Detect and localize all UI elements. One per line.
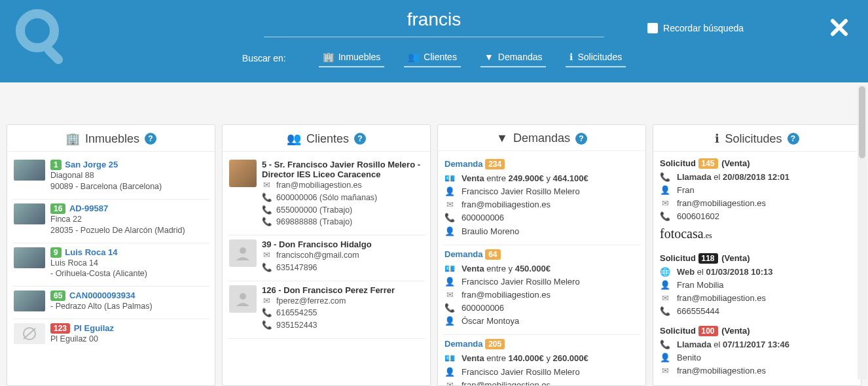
phone-icon: 📞 <box>262 204 271 217</box>
status-badge: 65 <box>50 290 65 301</box>
svg-rect-1 <box>43 44 65 66</box>
page-scrollbar[interactable] <box>858 85 867 379</box>
remember-search[interactable]: Recordar búsqueda <box>647 23 744 33</box>
phone-icon: 📞 <box>262 262 271 274</box>
tab-solicitudes[interactable]: ℹ Solicitudes <box>566 49 626 67</box>
money-icon: 💶 <box>444 352 455 365</box>
user-icon: 👤 <box>660 184 670 197</box>
inmueble-item[interactable]: 9 Luis Roca 14 Luis Roca 14 - Orihuela-C… <box>12 243 209 287</box>
inmueble-title: San Jorge 25 <box>65 160 118 169</box>
status-badge: 9 <box>50 247 62 258</box>
property-thumb <box>14 290 45 311</box>
users-icon: 👥 <box>287 132 301 146</box>
cliente-item[interactable]: 5 - Sr. Francisco Javier Rosillo Melero … <box>228 156 425 236</box>
user-icon: 👤 <box>444 315 455 328</box>
users-icon: 👥 <box>408 52 419 62</box>
tab-demandas[interactable]: ▼ Demandas <box>480 49 547 67</box>
inmueble-item[interactable]: 16 AD-99587 Finca 22 28035 - Pozuelo De … <box>12 200 209 243</box>
inmueble-title: Pl Eguilaz <box>74 323 114 333</box>
demanda-badge: 64 <box>485 249 500 260</box>
inmueble-title: Luis Roca 14 <box>65 247 117 257</box>
inmueble-item[interactable]: 123 Pl Eguilaz Pl Eguilaz 00 <box>12 319 209 351</box>
search-header: Recordar búsqueda Buscar en: 🏢 Inmuebles… <box>0 0 868 82</box>
mail-icon: ✉ <box>444 289 455 302</box>
solicitud-item[interactable]: Solicitud 100 (Venta) 📞Llamada el 07/11/… <box>659 323 856 383</box>
money-icon: 💶 <box>444 262 455 275</box>
demanda-badge: 205 <box>485 339 505 349</box>
phone-icon: 📞 <box>660 305 670 318</box>
tab-inmuebles[interactable]: 🏢 Inmuebles <box>319 49 385 67</box>
remember-label: Recordar búsqueda <box>663 23 744 33</box>
help-icon[interactable]: ? <box>145 133 156 145</box>
col-title: Solicitudes <box>725 132 782 146</box>
avatar-placeholder <box>229 285 257 313</box>
demanda-item[interactable]: Demanda 205 💶Venta entre 140.000€ y 260.… <box>443 335 640 385</box>
mail-icon: ✉ <box>660 197 670 210</box>
filter-icon: ▼ <box>496 132 508 145</box>
mail-icon: ✉ <box>262 179 271 192</box>
phone-icon: 📞 <box>660 171 670 184</box>
status-badge: 123 <box>50 323 70 334</box>
search-input[interactable] <box>264 5 604 37</box>
col-demandas: ▼ Demandas ? Demanda 234 💶Venta entre 24… <box>437 124 646 386</box>
search-tabs: Buscar en: 🏢 Inmuebles 👥 Clientes ▼ Dema… <box>0 49 868 67</box>
user-icon: 👤 <box>444 225 455 238</box>
building-icon: 🏢 <box>65 132 80 146</box>
solicitud-item[interactable]: Solicitud 145 (Venta) 📞Llamada el 20/08/… <box>659 156 856 251</box>
cliente-item[interactable]: 126 - Don Francisco Perez Ferrer ✉fperez… <box>228 281 425 339</box>
demanda-badge: 234 <box>485 159 505 169</box>
money-icon: 💶 <box>444 172 455 185</box>
mail-icon: ✉ <box>262 249 271 262</box>
phone-icon: 📞 <box>262 319 271 332</box>
demanda-item[interactable]: Demanda 234 💶Venta entre 249.900€ y 464.… <box>443 155 640 245</box>
inmueble-title: CAN0000093934 <box>69 290 135 300</box>
magnifier-icon <box>10 3 75 71</box>
col-clientes: 👥 Clientes ? 5 - Sr. Francisco Javier Ro… <box>222 124 431 386</box>
user-icon: 👤 <box>444 275 455 289</box>
user-icon: 👤 <box>444 366 455 379</box>
solicitud-badge: 118 <box>698 253 718 264</box>
user-icon: 👤 <box>660 279 670 292</box>
cliente-item[interactable]: 39 - Don Francisco Hidalgo ✉franciscoh@g… <box>228 236 425 281</box>
solicitud-item[interactable]: Solicitud 118 (Venta) 🌐Web el 01/03/2018… <box>659 251 856 324</box>
cliente-title: 5 - Sr. Francisco Javier Rosillo Melero … <box>262 160 424 179</box>
help-icon[interactable]: ? <box>354 133 366 145</box>
inmueble-item[interactable]: 65 CAN0000093934 - Pedrazo Alto (Las Pal… <box>12 287 209 319</box>
search-in-label: Buscar en: <box>242 53 286 63</box>
solicitud-badge: 145 <box>698 158 718 169</box>
svg-point-4 <box>240 247 246 254</box>
phone-icon: 📞 <box>660 210 670 223</box>
phone-icon: 📞 <box>444 302 455 315</box>
mail-icon: ✉ <box>444 379 455 385</box>
svg-point-0 <box>20 14 54 48</box>
status-badge: 1 <box>50 160 62 170</box>
phone-icon: 📞 <box>660 338 670 351</box>
tab-clientes[interactable]: 👥 Clientes <box>404 49 461 67</box>
help-icon[interactable]: ? <box>787 133 799 145</box>
avatar <box>229 160 257 187</box>
close-icon[interactable] <box>830 18 848 39</box>
phone-icon: 📞 <box>444 211 455 224</box>
mail-icon: ✉ <box>660 292 670 305</box>
filter-icon: ▼ <box>484 52 494 62</box>
svg-point-5 <box>240 293 246 300</box>
phone-icon: 📞 <box>262 307 271 319</box>
solicitud-badge: 100 <box>698 326 718 336</box>
inmueble-item[interactable]: 1 San Jorge 25 Diagonal 88 90089 - Barce… <box>12 156 209 200</box>
help-icon[interactable]: ? <box>575 133 587 145</box>
inmueble-title: AD-99587 <box>69 203 108 213</box>
col-inmuebles: 🏢 Inmuebles ? 1 San Jorge 25 Diagonal 88… <box>7 124 215 386</box>
col-title: Demandas <box>513 132 570 145</box>
building-icon: 🏢 <box>323 52 334 62</box>
property-thumb <box>14 160 45 181</box>
phone-icon: 📞 <box>262 192 271 204</box>
brand-logo: fotocasa.es <box>660 226 854 241</box>
mail-icon: ✉ <box>444 198 455 211</box>
mail-icon: ✉ <box>660 364 670 377</box>
avatar-placeholder <box>229 239 257 267</box>
property-thumb <box>14 203 45 224</box>
demanda-item[interactable]: Demanda 64 💶Venta entre y 450.000€👤Franc… <box>443 245 640 336</box>
property-thumb <box>14 247 45 268</box>
remember-checkbox[interactable] <box>647 23 658 33</box>
info-icon: ℹ <box>570 52 573 62</box>
